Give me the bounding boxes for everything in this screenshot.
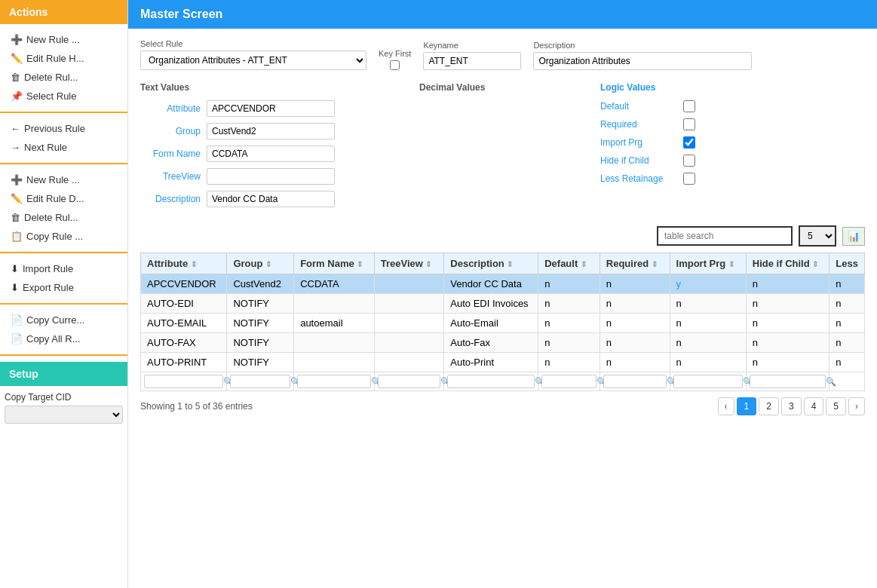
table-row[interactable]: AUTO-EMAILNOTIFYautoemailAuto-Emailnnnnn bbox=[141, 314, 865, 333]
new-rule-2-button[interactable]: ➕New Rule ... bbox=[5, 170, 123, 189]
form-name-input[interactable] bbox=[207, 145, 335, 162]
keyfirst-checkbox[interactable] bbox=[390, 60, 400, 70]
sidebar-section-1: ➕New Rule ... ✏️Edit Rule H... 🗑Delete R… bbox=[0, 24, 127, 113]
text-values-panel: Text Values Attribute Group Form Name Tr… bbox=[140, 82, 389, 213]
description-top-input[interactable] bbox=[533, 52, 752, 70]
hide-if-child-checkbox[interactable] bbox=[683, 155, 695, 167]
form-section: Text Values Attribute Group Form Name Tr… bbox=[140, 82, 865, 213]
import-prg-checkbox[interactable] bbox=[683, 136, 695, 149]
cell-default: n bbox=[538, 294, 600, 314]
export-button[interactable]: 📊 bbox=[842, 227, 865, 246]
new-rule-1-button[interactable]: ➕New Rule ... bbox=[5, 30, 123, 49]
cell-attribute: AUTO-FAX bbox=[141, 333, 227, 353]
keyfirst-group: Key First bbox=[379, 49, 411, 70]
filter-default[interactable] bbox=[541, 375, 596, 388]
cell-group: NOTIFY bbox=[227, 333, 294, 353]
import-rule-button[interactable]: ⬇Import Rule bbox=[5, 259, 123, 278]
import-icon: ⬇ bbox=[11, 263, 19, 274]
next-rule-button[interactable]: →Next Rule bbox=[5, 138, 123, 157]
treeview-input[interactable] bbox=[207, 168, 335, 185]
page-size-select[interactable]: 5 10 25 50 bbox=[799, 225, 836, 247]
page-1-button[interactable]: 1 bbox=[737, 397, 757, 415]
description-top-label: Description bbox=[533, 41, 752, 50]
sort-icon-attribute: ⇕ bbox=[191, 260, 197, 268]
select-rule-dropdown[interactable]: Organization Attributes - ATT_ENT bbox=[140, 51, 366, 70]
cell-hide_if_child: n bbox=[746, 333, 829, 353]
filter-hide-if-child[interactable] bbox=[750, 375, 826, 388]
doc-icon: 📄 bbox=[11, 314, 23, 326]
cell-default: n bbox=[538, 333, 600, 353]
cell-description: Auto EDI Invoices bbox=[444, 294, 538, 314]
cell-attribute: AUTO-EDI bbox=[141, 294, 227, 314]
copy-target-select[interactable] bbox=[5, 406, 123, 424]
edit-icon: ✏️ bbox=[11, 53, 23, 64]
filter-attribute[interactable] bbox=[144, 375, 223, 388]
group-input[interactable] bbox=[207, 123, 335, 139]
sidebar-section-4: ⬇Import Rule ⬇Export Rule bbox=[0, 253, 127, 305]
sort-icon-group: ⇕ bbox=[265, 260, 271, 268]
export-rule-button[interactable]: ⬇Export Rule bbox=[5, 278, 123, 297]
sort-icon-form-name: ⇕ bbox=[357, 260, 363, 268]
delete-rule-1-button[interactable]: 🗑Delete Rul... bbox=[5, 68, 123, 87]
col-default: Default ⇕ bbox=[538, 253, 600, 274]
attribute-input[interactable] bbox=[207, 100, 335, 117]
select-rule-button[interactable]: 📌Select Rule bbox=[5, 87, 123, 106]
required-checkbox[interactable] bbox=[683, 118, 695, 130]
table-toolbar: 5 10 25 50 📊 bbox=[140, 225, 865, 247]
import-prg-row: Import Prg bbox=[600, 136, 865, 149]
page-3-button[interactable]: 3 bbox=[781, 397, 802, 415]
main-title: Master Screen bbox=[128, 0, 877, 29]
left-arrow-icon: ← bbox=[11, 123, 20, 134]
filter-group[interactable] bbox=[230, 375, 290, 388]
cell-attribute: AUTO-PRINT bbox=[141, 353, 227, 372]
less-retainage-checkbox[interactable] bbox=[683, 173, 695, 185]
cell-description: Auto-Email bbox=[444, 314, 538, 333]
page-2-button[interactable]: 2 bbox=[759, 397, 779, 415]
cell-required: n bbox=[599, 353, 670, 372]
right-arrow-icon: → bbox=[11, 142, 20, 153]
filter-treeview[interactable] bbox=[378, 375, 441, 388]
col-treeview: TreeView ⇕ bbox=[374, 253, 444, 274]
default-checkbox[interactable] bbox=[683, 100, 695, 112]
sort-icon-default: ⇕ bbox=[581, 260, 587, 268]
setup-section: Setup Copy Target CID bbox=[0, 356, 127, 430]
cell-description: Vendor CC Data bbox=[444, 274, 538, 294]
showing-text: Showing 1 to 5 of 36 entries bbox=[140, 401, 253, 412]
filter-description[interactable] bbox=[447, 375, 535, 388]
filter-form-name[interactable] bbox=[297, 375, 371, 388]
sidebar-section-2: ←Previous Rule →Next Rule bbox=[0, 113, 127, 164]
description-field-input[interactable] bbox=[207, 191, 335, 207]
table-row[interactable]: AUTO-FAXNOTIFYAuto-Faxnnnnn bbox=[141, 333, 865, 353]
cell-treeview bbox=[374, 353, 444, 372]
copy-rule-button[interactable]: 📋Copy Rule ... bbox=[5, 227, 123, 246]
previous-rule-button[interactable]: ←Previous Rule bbox=[5, 119, 123, 138]
copy-current-button[interactable]: 📄Copy Curre... bbox=[5, 311, 123, 329]
edit-icon-2: ✏️ bbox=[11, 193, 23, 204]
prev-page-button[interactable]: ‹ bbox=[718, 397, 734, 415]
edit-rule-h-button[interactable]: ✏️Edit Rule H... bbox=[5, 49, 123, 68]
page-5-button[interactable]: 5 bbox=[826, 397, 846, 415]
table-row[interactable]: AUTO-PRINTNOTIFYAuto-Printnnnnn bbox=[141, 353, 865, 372]
sort-icon-treeview: ⇕ bbox=[425, 260, 431, 268]
cell-hide_if_child: n bbox=[746, 353, 829, 372]
edit-rule-d-button[interactable]: ✏️Edit Rule D... bbox=[5, 189, 123, 208]
hide-if-child-row: Hide if Child bbox=[600, 155, 865, 167]
table-search-input[interactable] bbox=[657, 226, 793, 246]
cell-treeview bbox=[374, 294, 444, 314]
top-form: Select Rule Organization Attributes - AT… bbox=[140, 39, 865, 70]
cell-attribute: AUTO-EMAIL bbox=[141, 314, 227, 333]
delete-rule-2-button[interactable]: 🗑Delete Rul... bbox=[5, 208, 123, 227]
table-row[interactable]: AUTO-EDINOTIFYAuto EDI Invoicesnnnnn bbox=[141, 294, 865, 314]
filter-import-prg[interactable] bbox=[673, 375, 743, 388]
col-form-name: Form Name ⇕ bbox=[294, 253, 375, 274]
cell-form_name bbox=[294, 353, 375, 372]
cell-less: n bbox=[829, 333, 865, 353]
cell-import_prg: y bbox=[670, 274, 746, 294]
copy-all-button[interactable]: 📄Copy All R... bbox=[5, 329, 123, 348]
group-row: Group bbox=[140, 123, 389, 139]
filter-required[interactable] bbox=[603, 375, 667, 388]
next-page-button[interactable]: › bbox=[848, 397, 865, 415]
table-row[interactable]: APCCVENDORCustVend2CCDATAVendor CC Datan… bbox=[141, 274, 865, 294]
page-4-button[interactable]: 4 bbox=[804, 397, 824, 415]
keyname-input[interactable] bbox=[423, 52, 521, 70]
